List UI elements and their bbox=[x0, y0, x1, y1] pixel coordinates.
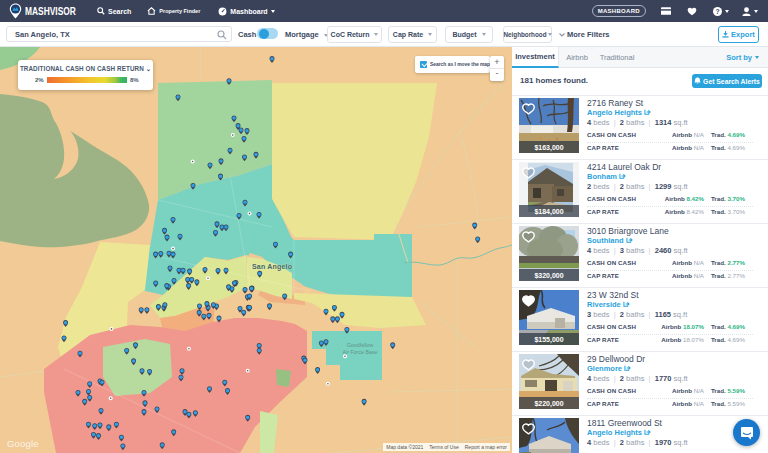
svg-text:San Angelo: San Angelo bbox=[252, 263, 292, 271]
svg-text:Goodfellow: Goodfellow bbox=[347, 342, 374, 348]
svg-text:Air Force Base: Air Force Base bbox=[342, 349, 377, 355]
svg-text:?: ? bbox=[715, 8, 719, 15]
